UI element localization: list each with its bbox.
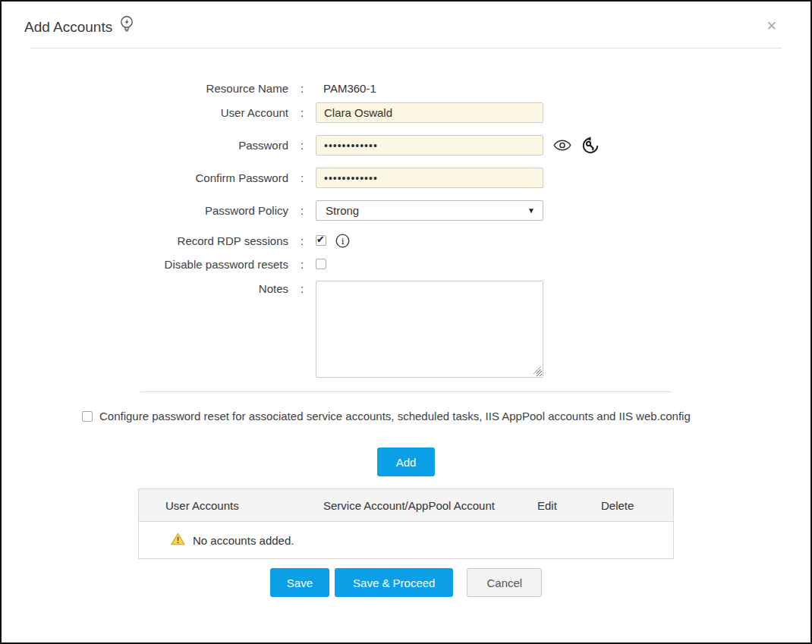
footer-actions: Save Save & Proceed Cancel (2, 568, 810, 597)
configure-reset-checkbox[interactable] (82, 411, 93, 422)
notes-row: Notes : (2, 281, 810, 378)
accounts-table-header: User Accounts Service Account/AppPool Ac… (139, 489, 673, 522)
empty-message: No accounts added. (193, 534, 294, 547)
cancel-button[interactable]: Cancel (467, 568, 542, 597)
password-policy-select[interactable]: Strong ▼ (316, 200, 543, 221)
chevron-down-icon: ▼ (527, 206, 535, 215)
disable-resets-label: Disable password resets (2, 258, 288, 271)
info-icon[interactable]: i (335, 234, 350, 248)
resource-name-row: Resource Name : PAM360-1 (2, 82, 810, 95)
save-button[interactable]: Save (270, 568, 329, 597)
record-rdp-checkbox[interactable] (316, 235, 326, 246)
warning-icon (171, 532, 185, 548)
password-input[interactable] (316, 135, 543, 156)
help-bulb-icon[interactable] (120, 15, 134, 37)
notes-textarea[interactable] (316, 281, 543, 378)
password-policy-row: Password Policy : Strong ▼ (2, 200, 810, 221)
colon: : (288, 82, 316, 95)
col-delete: Delete (601, 499, 675, 512)
add-accounts-dialog: Add Accounts ✕ Resource Name : PAM360-1 … (0, 0, 812, 644)
col-edit: Edit (537, 499, 601, 512)
disable-resets-row: Disable password resets : (2, 256, 810, 272)
section-divider (140, 391, 672, 392)
colon: : (288, 106, 316, 119)
colon: : (288, 139, 316, 152)
close-icon[interactable]: ✕ (766, 20, 777, 33)
accounts-table: User Accounts Service Account/AppPool Ac… (138, 488, 674, 559)
colon: : (288, 258, 316, 271)
user-account-label: User Account (2, 106, 288, 119)
dialog-header: Add Accounts ✕ (2, 2, 810, 49)
password-label: Password (2, 139, 288, 152)
colon: : (288, 204, 316, 217)
account-form: Resource Name : PAM360-1 User Account : … (2, 82, 810, 378)
confirm-password-row: Confirm Password : (2, 168, 810, 188)
configure-reset-label: Configure password reset for associated … (99, 410, 691, 423)
record-rdp-label: Record RDP sessions (2, 234, 288, 247)
colon: : (288, 281, 316, 295)
resource-name-value: PAM360-1 (316, 82, 376, 95)
disable-resets-checkbox[interactable] (316, 259, 326, 269)
col-service-account: Service Account/AppPool Account (323, 499, 537, 512)
confirm-password-label: Confirm Password (2, 171, 288, 184)
password-policy-value: Strong (326, 204, 359, 217)
resource-name-label: Resource Name (2, 82, 288, 95)
record-rdp-row: Record RDP sessions : i (2, 233, 810, 248)
generate-password-icon[interactable] (581, 137, 600, 155)
password-policy-label: Password Policy (2, 204, 288, 217)
empty-table-row: No accounts added. (139, 522, 673, 558)
colon: : (288, 171, 316, 184)
configure-reset-row: Configure password reset for associated … (82, 410, 810, 423)
show-password-eye-icon[interactable] (553, 140, 571, 151)
col-user-accounts: User Accounts (139, 499, 323, 512)
confirm-password-input[interactable] (316, 168, 543, 188)
password-row: Password : (2, 135, 810, 156)
colon: : (288, 234, 316, 247)
save-and-proceed-button[interactable]: Save & Proceed (335, 568, 453, 597)
user-account-input[interactable] (316, 102, 543, 123)
header-divider (30, 48, 782, 49)
user-account-row: User Account : (2, 102, 810, 123)
notes-label: Notes (2, 281, 288, 295)
svg-text:i: i (341, 235, 345, 246)
page-title: Add Accounts (24, 19, 112, 36)
add-button[interactable]: Add (377, 448, 435, 476)
